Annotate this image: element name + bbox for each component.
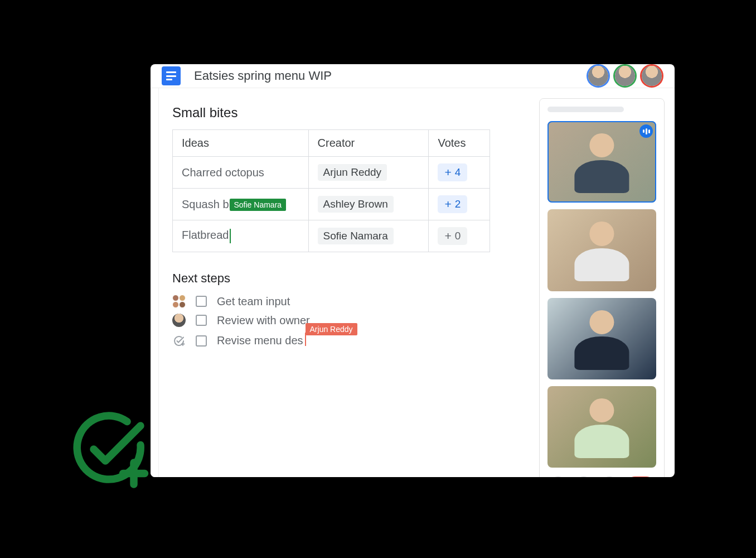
- plus-icon: +: [444, 166, 451, 179]
- task-text[interactable]: Get team input: [217, 295, 290, 308]
- vote-chip[interactable]: +4: [438, 163, 467, 181]
- plus-icon: +: [444, 229, 451, 243]
- heading-small-bites[interactable]: Small bites: [172, 105, 524, 121]
- table-row[interactable]: Flatbread Sofie Namara Sofie Namara +0: [173, 220, 490, 252]
- creator-chip[interactable]: Sofie Namara: [318, 228, 394, 244]
- meet-tile-participant-3[interactable]: [547, 298, 656, 379]
- meet-title-placeholder: [547, 107, 624, 112]
- docs-app-icon: [162, 66, 181, 85]
- task-text[interactable]: Revise menu des Arjun Reddy: [217, 333, 306, 349]
- speaking-indicator-icon: [639, 124, 653, 138]
- mic-button[interactable]: [548, 477, 568, 477]
- document-canvas[interactable]: Small bites Ideas Creator Votes Charred …: [151, 88, 539, 477]
- idea-cell[interactable]: Flatbread Sofie Namara: [173, 220, 309, 252]
- avatar-collaborator-2[interactable]: [613, 64, 637, 88]
- checkbox[interactable]: [196, 296, 207, 307]
- task-row[interactable]: Get team input: [172, 295, 524, 308]
- plus-icon: +: [444, 198, 451, 211]
- owner-avatar-icon: [172, 314, 186, 327]
- checkbox[interactable]: [196, 315, 207, 326]
- edit-cursor-green: [230, 229, 231, 243]
- collaborator-avatars: [587, 64, 663, 88]
- heading-next-steps[interactable]: Next steps: [172, 271, 524, 286]
- table-row[interactable]: Charred octopus Arjun Reddy +4: [173, 157, 490, 189]
- task-row[interactable]: Revise menu des Arjun Reddy: [172, 333, 524, 349]
- header-bar: Eatsies spring menu WIP: [151, 64, 675, 88]
- checkbox[interactable]: [196, 335, 207, 347]
- avatar-collaborator-3[interactable]: [640, 64, 663, 88]
- meet-tile-participant-2[interactable]: [547, 209, 656, 291]
- cursor-label-sofie: Sofie Namara: [230, 199, 287, 211]
- avatar-collaborator-1[interactable]: [587, 64, 610, 88]
- vote-chip[interactable]: +2: [438, 195, 467, 213]
- camera-button[interactable]: [574, 477, 594, 477]
- meet-side-panel: [539, 98, 665, 477]
- col-ideas[interactable]: Ideas: [173, 130, 309, 157]
- app-window: Eatsies spring menu WIP Small bites Idea…: [151, 64, 675, 477]
- creator-chip[interactable]: Arjun Reddy: [318, 164, 387, 181]
- meet-tile-participant-4[interactable]: [547, 386, 656, 468]
- idea-cell[interactable]: Charred octopus: [173, 157, 309, 189]
- vote-chip[interactable]: +0: [438, 227, 467, 245]
- meet-controls: [547, 477, 656, 477]
- page-margin: [151, 88, 159, 477]
- creator-chip[interactable]: Ashley Brown: [318, 196, 394, 213]
- table-row[interactable]: Squash blossoms Ashley Brown +2: [173, 189, 490, 220]
- revise-check-plus-icon: [172, 334, 186, 348]
- ideas-table[interactable]: Ideas Creator Votes Charred octopus Arju…: [172, 129, 490, 252]
- decorative-check-plus-icon: [67, 407, 151, 491]
- hang-up-button[interactable]: [625, 477, 656, 477]
- more-options-button[interactable]: [599, 477, 619, 477]
- col-votes[interactable]: Votes: [429, 130, 490, 157]
- team-icon: [172, 295, 186, 308]
- doc-title[interactable]: Eatsies spring menu WIP: [194, 69, 587, 83]
- meet-tile-participant-1[interactable]: [547, 121, 656, 203]
- task-text[interactable]: Review with owner: [217, 314, 310, 327]
- cursor-label-arjun: Arjun Reddy: [306, 323, 357, 335]
- col-creator[interactable]: Creator: [308, 130, 429, 157]
